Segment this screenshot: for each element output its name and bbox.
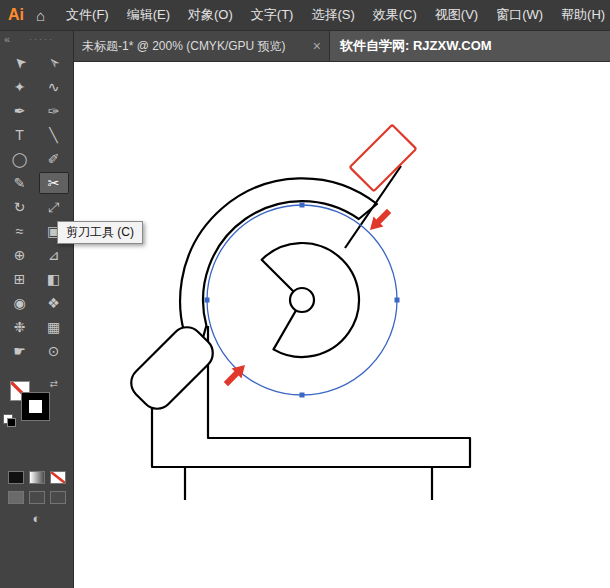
tool-symbol-sprayer[interactable]: ❉ (5, 316, 35, 338)
scale-tool-icon: ⤢ (48, 200, 59, 214)
shape-builder-tool-icon: ⊕ (14, 248, 26, 262)
menu-window[interactable]: 窗口(W) (487, 6, 552, 24)
ellipse-tool-icon: ◯ (12, 152, 28, 166)
tool-shape-builder[interactable]: ⊕ (5, 244, 35, 266)
collapse-panel-icon[interactable]: « (0, 33, 10, 45)
scissors-tooltip: 剪刀工具 (C) (57, 221, 143, 244)
anchor-point-top[interactable] (300, 203, 305, 208)
tools-panel-header: « ····· (0, 31, 73, 47)
type-tool-icon: T (15, 128, 24, 142)
direct-selection-tool-icon: ➢ (44, 54, 62, 72)
menu-select[interactable]: 选择(S) (302, 6, 363, 24)
width-tool-icon: ≈ (16, 224, 24, 238)
selection-tool-icon: ➤ (10, 54, 28, 72)
document-tab[interactable]: 未标题-1* @ 200% (CMYK/GPU 预览) × (74, 31, 330, 61)
mesh-tool-icon: ⊞ (14, 272, 26, 286)
zoom-tool-icon: ⊙ (48, 344, 60, 358)
default-fill-stroke-icon[interactable] (3, 414, 13, 424)
hand-tool-icon: ☛ (13, 344, 26, 358)
color-type-row (8, 471, 66, 484)
tool-blend[interactable]: ❖ (39, 292, 69, 314)
tool-pencil[interactable]: ✎ (5, 172, 35, 194)
rotate-tool-icon: ↻ (14, 200, 26, 214)
pencil-tool-icon: ✎ (14, 176, 26, 190)
tool-ellipse[interactable]: ◯ (5, 148, 35, 170)
swap-fill-stroke-icon[interactable]: ⇄ (50, 378, 58, 389)
tool-magic-wand[interactable]: ✦ (5, 76, 35, 98)
draw-behind-button[interactable] (29, 491, 45, 504)
paintbrush-tool-icon: ✐ (48, 152, 60, 166)
line-segment-tool-icon: ╲ (49, 128, 57, 142)
menu-edit[interactable]: 编辑(E) (118, 6, 179, 24)
tool-scale[interactable]: ⤢ (39, 196, 69, 218)
hub-hole-circle[interactable] (290, 288, 314, 312)
color-button[interactable] (8, 471, 24, 484)
menu-help[interactable]: 帮助(H) (552, 6, 610, 24)
eyedropper-tool-icon: ◉ (13, 296, 25, 310)
column-graph-tool-icon: ▦ (47, 320, 60, 334)
anchor-point-left[interactable] (205, 298, 210, 303)
tool-rotate[interactable]: ↻ (5, 196, 35, 218)
artwork-svg[interactable] (74, 62, 610, 588)
anchor-point-right[interactable] (395, 298, 400, 303)
tool-lasso[interactable]: ∿ (39, 76, 69, 98)
scissors-tooltip-text: 剪刀工具 (C) (66, 225, 134, 239)
tab-close-icon[interactable]: × (313, 38, 321, 54)
canvas[interactable] (74, 62, 610, 588)
magic-wand-tool-icon: ✦ (14, 80, 26, 94)
workpiece-rect[interactable] (350, 125, 416, 191)
anchor-point-bottom[interactable] (300, 393, 305, 398)
watermark-text: 软件自学网: RJZXW.COM (340, 37, 492, 55)
gradient-button[interactable] (29, 471, 45, 484)
menu-type[interactable]: 文字(T) (242, 6, 303, 24)
menu-view[interactable]: 视图(V) (426, 6, 487, 24)
tool-scissors[interactable]: ✂ (39, 172, 69, 194)
tool-column-graph[interactable]: ▦ (39, 316, 69, 338)
tool-grid: ➤ ➢ ✦ ∿ ✒ ✑ T ╲ ◯ ✐ ✎ ✂ ↻ ⤢ ≈ ▣ ⊕ ⊿ ⊞ ◧ … (3, 51, 71, 363)
tool-curvature[interactable]: ✑ (39, 100, 69, 122)
stroke-swatch-black[interactable] (22, 393, 49, 420)
menu-object[interactable]: 对象(O) (179, 6, 242, 24)
tool-paintbrush[interactable]: ✐ (39, 148, 69, 170)
saw-handle-path[interactable] (125, 321, 220, 416)
tool-selection[interactable]: ➤ (5, 52, 35, 74)
symbol-sprayer-tool-icon: ❉ (14, 320, 26, 334)
document-tab-title: 未标题-1* @ 200% (CMYK/GPU 预览) (82, 38, 307, 55)
gradient-tool-icon: ◧ (47, 272, 60, 286)
draw-inside-button[interactable] (50, 491, 66, 504)
lasso-tool-icon: ∿ (48, 80, 60, 94)
menu-file[interactable]: 文件(F) (57, 6, 118, 24)
annotation-arrow-lower[interactable] (221, 360, 250, 389)
blend-tool-icon: ❖ (47, 296, 60, 310)
tool-type[interactable]: T (5, 124, 35, 146)
menubar: Ai ⌂ 文件(F) 编辑(E) 对象(O) 文字(T) 选择(S) 效果(C)… (0, 0, 610, 31)
menu-effect[interactable]: 效果(C) (364, 6, 426, 24)
pen-tool-icon: ✒ (14, 104, 26, 118)
none-button[interactable] (50, 471, 66, 484)
curvature-tool-icon: ✑ (48, 104, 60, 118)
screen-mode-button[interactable]: ◐ (33, 512, 41, 525)
tool-direct-selection[interactable]: ➢ (39, 52, 69, 74)
document-tab-bar: 未标题-1* @ 200% (CMYK/GPU 预览) × 软件自学网: RJZ… (74, 31, 610, 62)
perspective-grid-tool-icon: ⊿ (48, 248, 60, 262)
tool-perspective-grid[interactable]: ⊿ (39, 244, 69, 266)
tool-mesh[interactable]: ⊞ (5, 268, 35, 290)
tool-hand[interactable]: ☛ (5, 340, 35, 362)
tool-zoom[interactable]: ⊙ (39, 340, 69, 362)
fill-stroke-widget: ⇄ (10, 381, 50, 421)
panel-grip-icon[interactable]: ····· (10, 35, 73, 44)
draw-normal-button[interactable] (8, 491, 24, 504)
tool-pen[interactable]: ✒ (5, 100, 35, 122)
app-logo: Ai (0, 6, 34, 24)
tools-panel: « ····· ➤ ➢ ✦ ∿ ✒ ✑ T ╲ ◯ ✐ ✎ ✂ ↻ ⤢ ≈ ▣ … (0, 31, 74, 588)
home-icon[interactable]: ⌂ (34, 7, 57, 24)
draw-mode-row (8, 491, 66, 504)
tool-gradient[interactable]: ◧ (39, 268, 69, 290)
screen-mode-row: ◐ (33, 512, 41, 525)
tool-width[interactable]: ≈ (5, 220, 35, 242)
tool-line-segment[interactable]: ╲ (39, 124, 69, 146)
scissors-tool-icon: ✂ (48, 176, 60, 190)
tool-eyedropper[interactable]: ◉ (5, 292, 35, 314)
